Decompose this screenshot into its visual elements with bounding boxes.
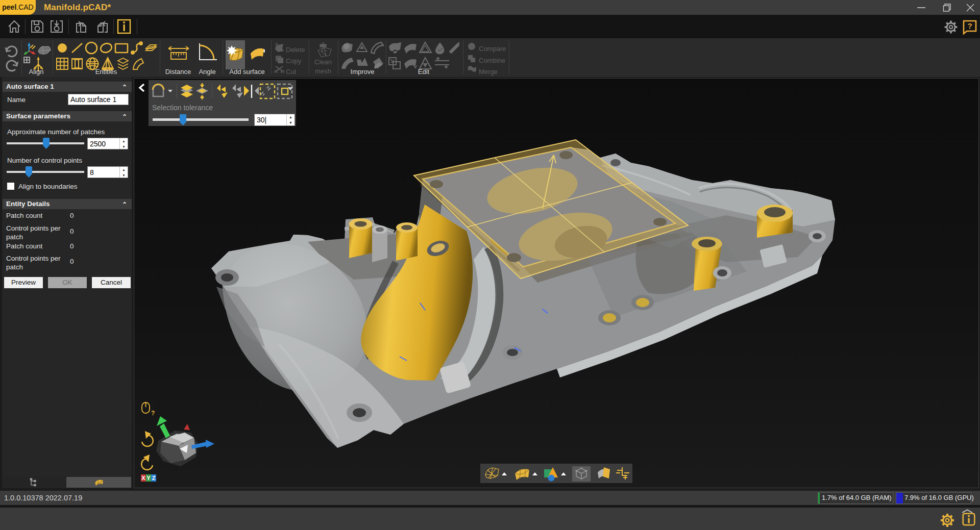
- svg-text:X: X: [141, 475, 145, 481]
- svg-text:?: ?: [967, 21, 972, 30]
- svg-text:?: ?: [151, 410, 155, 417]
- svg-text:Y: Y: [146, 475, 151, 481]
- svg-text:Z: Z: [152, 475, 156, 481]
